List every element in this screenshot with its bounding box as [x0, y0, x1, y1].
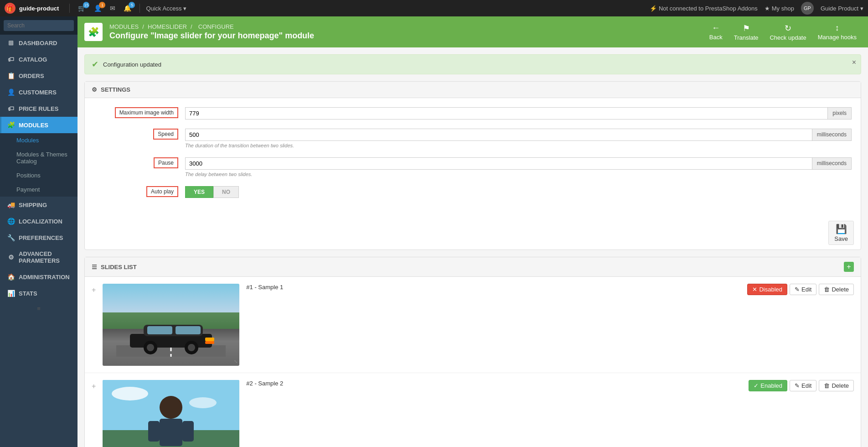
manage-hooks-button[interactable]: ↕ Manage hooks: [813, 21, 861, 43]
alert-message: Configuration updated: [103, 61, 161, 68]
autoplay-no-button[interactable]: NO: [213, 186, 239, 198]
svg-rect-19: [182, 421, 194, 442]
slide-actions-2: ✓ Enabled ✎ Edit 🗑 Delete: [749, 380, 854, 391]
pause-input[interactable]: [185, 157, 812, 170]
sidebar-submenu-modules-themes[interactable]: Modules & Themes Catalog: [0, 147, 78, 168]
quick-access-button[interactable]: Quick Access ▾: [146, 5, 186, 12]
pause-addon: milliseconds: [812, 157, 852, 170]
sidebar-item-localization[interactable]: 🌐 LOCALIZATION: [0, 213, 78, 229]
shipping-icon: 🚚: [7, 201, 15, 208]
slide-1-disabled-button[interactable]: ✕ Disabled: [747, 284, 787, 295]
sidebar-item-dashboard[interactable]: ⊞ DASHBOARD: [0, 35, 78, 51]
slide-2-edit-button[interactable]: ✎ Edit: [790, 380, 816, 391]
speed-input[interactable]: [185, 129, 812, 141]
slide-drag-handle-1[interactable]: +: [92, 284, 96, 294]
star-icon: ★: [765, 5, 770, 12]
speed-label: Speed: [153, 129, 178, 140]
sidebar-item-administration[interactable]: 🏠 ADMINISTRATION: [0, 269, 78, 285]
logo-icon: 🎁: [5, 3, 16, 14]
notification-icon[interactable]: 🔔5: [124, 5, 131, 12]
sidebar-item-stats[interactable]: 📊 STATS: [0, 285, 78, 301]
sidebar-submenu-positions[interactable]: Positions: [0, 168, 78, 182]
prestashop-addons-link[interactable]: ⚡ Not connected to PrestaShop Addons: [650, 5, 758, 12]
trash-icon-1: 🗑: [824, 286, 830, 293]
slide-2-delete-button[interactable]: 🗑 Delete: [819, 380, 854, 391]
pause-help: The delay between two slides.: [185, 172, 852, 177]
slide-actions-1: ✕ Disabled ✎ Edit 🗑 Delete: [747, 284, 854, 295]
person-svg: [103, 380, 239, 447]
translate-button[interactable]: ⚑ Translate: [729, 21, 763, 43]
svg-point-9: [188, 344, 195, 351]
edit-icon-2: ✎: [795, 382, 800, 389]
slide-1-edit-button[interactable]: ✎ Edit: [790, 284, 816, 295]
car-svg: [116, 311, 226, 357]
sidebar-submenu-modules[interactable]: Modules: [0, 133, 78, 147]
slide-2-enabled-button[interactable]: ✓ Enabled: [749, 380, 787, 391]
autoplay-label: Auto play: [146, 186, 178, 197]
slide-thumbnail-1: ⤡: [103, 284, 239, 366]
save-button[interactable]: 💾 Save: [828, 221, 854, 245]
svg-point-16: [160, 396, 182, 419]
sidebar-item-orders[interactable]: 📋 ORDERS: [0, 68, 78, 84]
modules-submenu: Modules Modules & Themes Catalog Positio…: [0, 133, 78, 197]
autoplay-yes-button[interactable]: YES: [185, 186, 213, 198]
settings-icon: ⚙: [92, 86, 97, 93]
svg-rect-10: [205, 338, 214, 341]
trash-icon-2: 🗑: [824, 382, 830, 389]
svg-point-13: [112, 387, 148, 400]
my-shop-link[interactable]: ★ My shop: [765, 5, 794, 12]
layout: ⊞ DASHBOARD 🏷 CATALOG 📋 ORDERS 👤 CUSTOME…: [0, 16, 868, 447]
page-title: Configure "Image slider for your homepag…: [109, 31, 698, 41]
pause-label: Pause: [154, 157, 178, 168]
slide-1-delete-button[interactable]: 🗑 Delete: [819, 284, 854, 295]
mail-icon[interactable]: ✉: [110, 5, 115, 12]
breadcrumb-homeslider[interactable]: HOMESLIDER: [148, 23, 187, 30]
sidebar-item-shipping[interactable]: 🚚 SHIPPING: [0, 197, 78, 213]
breadcrumb-modules[interactable]: MODULES: [109, 23, 139, 30]
content-area: ✔ Configuration updated × ⚙ SETTINGS Max…: [78, 47, 868, 447]
max-image-width-input[interactable]: [185, 107, 828, 120]
svg-rect-17: [160, 419, 182, 446]
check-icon: ✓: [754, 382, 759, 389]
orders-icon: 📋: [7, 72, 15, 79]
sidebar-item-preferences[interactable]: 🔧 PREFERENCES: [0, 229, 78, 246]
notification-badge: 5: [129, 2, 135, 8]
slide-name-2: #2 - Sample 2: [246, 380, 742, 387]
sidebar-item-modules[interactable]: 🧩 MODULES: [0, 117, 78, 133]
slide-drag-handle-2[interactable]: +: [92, 380, 96, 390]
cart-icon[interactable]: 🛒15: [78, 5, 86, 12]
top-bar-right: ⚡ Not connected to PrestaShop Addons ★ M…: [650, 2, 863, 15]
svg-rect-4: [147, 326, 172, 334]
header-actions: ← Back ⚑ Translate ↻ Check update ↕ Mana…: [705, 21, 861, 43]
search-input[interactable]: [4, 20, 74, 31]
resize-handle-1: ⤡: [234, 359, 238, 364]
module-icon: 🧩: [84, 23, 103, 41]
user-menu[interactable]: Guide Product ▾: [821, 5, 863, 12]
sidebar-item-catalog[interactable]: 🏷 CATALOG: [0, 51, 78, 68]
add-slide-button[interactable]: +: [844, 262, 854, 272]
brand-name: guide-product: [19, 5, 59, 12]
sidebar-item-customers[interactable]: 👤 CUSTOMERS: [0, 84, 78, 100]
customers-icon: 👤: [7, 88, 15, 96]
autoplay-toggle: YES NO: [185, 186, 852, 198]
hooks-icon: ↕: [835, 23, 839, 33]
person-image: [103, 380, 239, 447]
autoplay-group: Auto play YES NO: [94, 186, 852, 198]
sidebar: ⊞ DASHBOARD 🏷 CATALOG 📋 ORDERS 👤 CUSTOME…: [0, 16, 78, 447]
check-update-button[interactable]: ↻ Check update: [765, 21, 811, 43]
modules-icon: 🧩: [7, 121, 15, 129]
refresh-icon: ↻: [785, 23, 791, 33]
slide-item-2: +: [85, 373, 861, 447]
slides-header: ☰ SLIDES LIST +: [85, 257, 861, 277]
sidebar-item-price-rules[interactable]: 🏷 PRICE RULES: [0, 100, 78, 117]
person-icon[interactable]: 👤1: [94, 5, 102, 12]
main-content: 🧩 MODULES / HOMESLIDER / CONFIGURE Confi…: [78, 16, 868, 447]
sidebar-submenu-payment[interactable]: Payment: [0, 182, 78, 197]
chevron-down-icon: ▾: [183, 5, 186, 12]
success-icon: ✔: [92, 59, 98, 69]
sidebar-collapse-button[interactable]: ≡: [0, 301, 78, 316]
sidebar-item-advanced[interactable]: ⚙ ADVANCED PARAMETERS: [0, 246, 78, 269]
separator: [69, 4, 70, 13]
alert-close-button[interactable]: ×: [852, 58, 856, 67]
back-button[interactable]: ← Back: [705, 21, 727, 43]
